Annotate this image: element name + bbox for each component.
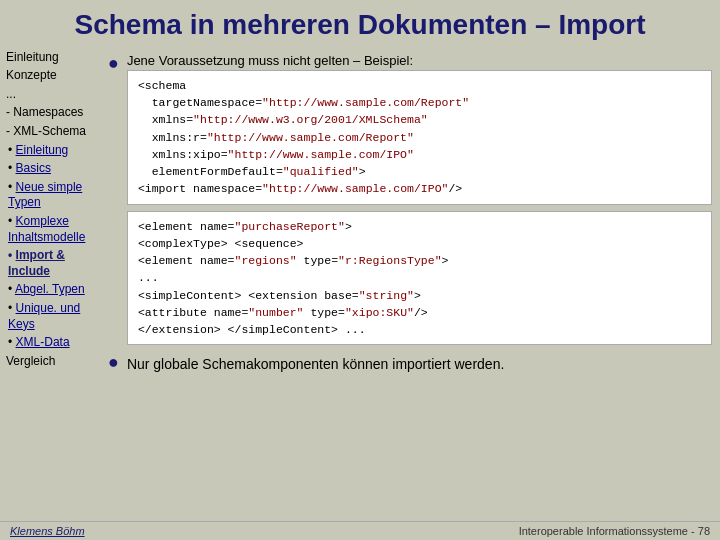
section-1-body: Jene Voraussetzung muss nicht gelten – B…	[127, 52, 712, 205]
sidebar-item-import-include[interactable]: Import & Include	[6, 248, 94, 279]
code-block-2: <element name="purchaseReport"> <complex…	[127, 211, 712, 346]
sidebar-item-unique-keys[interactable]: Unique. und Keys	[6, 301, 94, 332]
content-area: ● Jene Voraussetzung muss nicht gelten –…	[100, 46, 720, 521]
page-header: Schema in mehreren Dokumenten – Import	[0, 0, 720, 46]
sidebar-item-neue-simple-typen[interactable]: Neue simple Typen	[6, 180, 94, 211]
sidebar: Einleitung Konzepte ... - Namespaces - X…	[0, 46, 100, 521]
sidebar-item-xml-data[interactable]: XML-Data	[6, 335, 94, 351]
footer-course: Interoperable Informationssysteme - 78	[519, 525, 710, 537]
sidebar-item-abgel-typen[interactable]: Abgel. Typen	[6, 282, 94, 298]
section-3: ● Nur globale Schemakomponenten können i…	[108, 351, 712, 375]
section-3-conclusion: Nur globale Schemakomponenten können imp…	[127, 351, 504, 375]
footer: Klemens Böhm Interoperable Informationss…	[0, 521, 720, 540]
sidebar-item-basics[interactable]: Basics	[6, 161, 94, 177]
sidebar-item-dots: ...	[6, 87, 94, 103]
main-layout: Einleitung Konzepte ... - Namespaces - X…	[0, 46, 720, 521]
bullet-3: ●	[108, 351, 119, 371]
sidebar-item-einleitung[interactable]: Einleitung	[6, 50, 94, 66]
sidebar-item-konzepte[interactable]: Konzepte	[6, 68, 94, 84]
bullet-1: ●	[108, 52, 119, 72]
code-block-1: <schema targetNamespace="http://www.samp…	[127, 70, 712, 205]
sidebar-item-einleitung2[interactable]: Einleitung	[6, 143, 94, 159]
sidebar-item-namespaces[interactable]: - Namespaces	[6, 105, 94, 121]
section-1: ● Jene Voraussetzung muss nicht gelten –…	[108, 52, 712, 205]
sidebar-item-komplexe[interactable]: Komplexe Inhaltsmodelle	[6, 214, 94, 245]
section-2-body: <element name="purchaseReport"> <complex…	[127, 211, 712, 346]
footer-author: Klemens Böhm	[10, 525, 85, 537]
section-1-intro: Jene Voraussetzung muss nicht gelten – B…	[127, 52, 712, 70]
page-title: Schema in mehreren Dokumenten – Import	[10, 8, 710, 42]
sidebar-item-vergleich[interactable]: Vergleich	[6, 354, 94, 370]
section-2: ● <element name="purchaseReport"> <compl…	[108, 211, 712, 346]
sidebar-item-xmlschema[interactable]: - XML-Schema	[6, 124, 94, 140]
